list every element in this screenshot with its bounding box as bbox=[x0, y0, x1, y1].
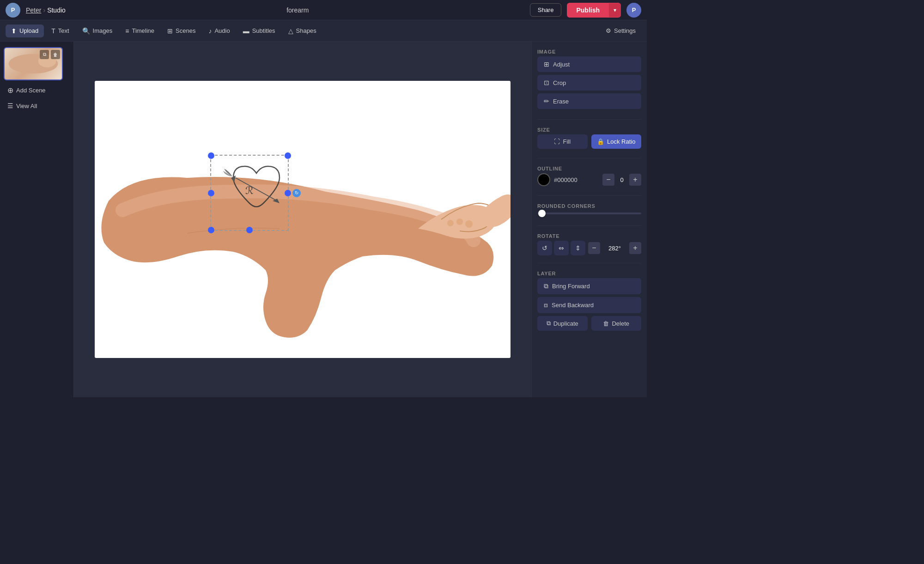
breadcrumb-arrow: › bbox=[43, 6, 45, 14]
crop-icon: ⊡ bbox=[544, 79, 549, 86]
selection-box[interactable]: ↻ bbox=[210, 155, 289, 231]
outline-value: 0 bbox=[617, 176, 626, 183]
svg-point-4 bbox=[456, 218, 463, 225]
rotate-buttons: ↺ ⇔ ⇕ bbox=[537, 241, 585, 255]
divider-4 bbox=[537, 225, 641, 226]
outline-color-hex: #000000 bbox=[554, 176, 599, 183]
rotate-value: 282° bbox=[603, 245, 626, 252]
delete-icon: 🗑 bbox=[603, 320, 609, 327]
handle-middle-right[interactable] bbox=[285, 190, 291, 196]
rotate-decrease-button[interactable]: − bbox=[588, 242, 600, 254]
outline-value-controls: − 0 + bbox=[602, 174, 641, 186]
handle-top-left[interactable] bbox=[208, 152, 214, 159]
toolbar: ⬆ Upload T Text 🔍 Images ≡ Timeline ⊞ Sc… bbox=[0, 20, 647, 42]
text-icon: T bbox=[51, 27, 55, 35]
shapes-icon: △ bbox=[288, 27, 293, 35]
rounded-corners-title: ROUNDED CORNERS bbox=[537, 203, 641, 209]
add-scene-button[interactable]: ⊕ Add Scene bbox=[4, 84, 70, 97]
scene-thumbnail-container: ⧉ 🗑 bbox=[4, 47, 70, 80]
duplicate-icon: ⧉ bbox=[547, 320, 551, 327]
scene-thumb-controls: ⧉ 🗑 bbox=[40, 50, 60, 59]
adjust-button[interactable]: ⊞ Adjust bbox=[537, 56, 641, 72]
rounded-corners-thumb[interactable] bbox=[538, 210, 546, 217]
bring-forward-button[interactable]: ⧉ Bring Forward bbox=[537, 278, 641, 294]
erase-icon: ✏ bbox=[544, 97, 549, 105]
erase-button[interactable]: ✏ Erase bbox=[537, 93, 641, 109]
rotate-ccw-button[interactable]: ↺ bbox=[537, 241, 552, 255]
handle-middle-left[interactable] bbox=[208, 190, 214, 196]
settings-button[interactable]: ⚙ Settings bbox=[600, 24, 641, 37]
outline-increase-button[interactable]: + bbox=[629, 174, 641, 186]
timeline-icon: ≡ bbox=[125, 27, 129, 35]
canvas-area: ℛ ↻ bbox=[74, 42, 531, 397]
add-icon: ⊕ bbox=[7, 86, 13, 95]
outline-decrease-button[interactable]: − bbox=[602, 174, 614, 186]
outline-color-swatch[interactable] bbox=[537, 173, 550, 186]
share-button[interactable]: Share bbox=[530, 3, 562, 17]
audio-button[interactable]: ♪ Audio bbox=[203, 24, 235, 37]
lock-ratio-button[interactable]: 🔒 Lock Ratio bbox=[591, 134, 642, 149]
document-title: forearm bbox=[71, 6, 524, 14]
outline-section: OUTLINE #000000 − 0 + bbox=[537, 166, 641, 188]
flip-v-button[interactable]: ⇕ bbox=[571, 241, 585, 255]
outline-section-title: OUTLINE bbox=[537, 166, 641, 171]
canvas-bg: ℛ ↻ bbox=[95, 81, 511, 358]
send-backward-button[interactable]: ⧈ Send Backward bbox=[537, 297, 641, 313]
scene-thumbnail[interactable]: ⧉ 🗑 bbox=[4, 47, 63, 80]
settings-icon: ⚙ bbox=[606, 27, 611, 34]
subtitles-icon: ▬ bbox=[243, 27, 249, 35]
handle-top-right[interactable] bbox=[285, 152, 291, 159]
scene-delete-button[interactable]: 🗑 bbox=[51, 50, 60, 59]
rounded-corners-section: ROUNDED CORNERS bbox=[537, 203, 641, 218]
delete-button[interactable]: 🗑 Delete bbox=[591, 316, 642, 331]
right-panel: IMAGE ⊞ Adjust ⊡ Crop ✏ Erase SIZE ⛶ Fil… bbox=[531, 42, 647, 397]
handle-bottom-middle[interactable] bbox=[246, 227, 253, 233]
sidebar: ⧉ 🗑 ⊕ Add Scene ☰ View All bbox=[0, 42, 74, 397]
rotate-section: ROTATE ↺ ⇔ ⇕ − 282° + bbox=[537, 233, 641, 255]
upload-button[interactable]: ⬆ Upload bbox=[6, 24, 44, 37]
fill-button[interactable]: ⛶ Fill bbox=[537, 134, 588, 149]
publish-group: Publish ▾ bbox=[567, 3, 621, 18]
rotate-row: ↺ ⇔ ⇕ − 282° + bbox=[537, 241, 641, 255]
canvas-container[interactable]: ℛ ↻ bbox=[95, 81, 511, 358]
duplicate-button[interactable]: ⧉ Duplicate bbox=[537, 316, 588, 331]
image-section-title: IMAGE bbox=[537, 49, 641, 55]
divider-5 bbox=[537, 263, 641, 263]
publish-dropdown-button[interactable]: ▾ bbox=[609, 3, 621, 17]
layer-section: LAYER ⧉ Bring Forward ⧈ Send Backward ⧉ … bbox=[537, 271, 641, 331]
adjust-icon: ⊞ bbox=[544, 61, 549, 68]
bring-forward-icon: ⧉ bbox=[544, 282, 548, 290]
divider-3 bbox=[537, 195, 641, 196]
crop-button[interactable]: ⊡ Crop bbox=[537, 75, 641, 91]
upload-icon: ⬆ bbox=[11, 27, 17, 35]
rounded-corners-track bbox=[537, 212, 641, 214]
handle-bottom-left[interactable] bbox=[208, 227, 214, 233]
username-link[interactable]: Peter bbox=[26, 6, 41, 14]
size-section-title: SIZE bbox=[537, 127, 641, 133]
handle-rotate[interactable]: ↻ bbox=[292, 189, 301, 197]
publish-button[interactable]: Publish bbox=[567, 3, 609, 18]
scene-copy-button[interactable]: ⧉ bbox=[40, 50, 49, 59]
studio-link[interactable]: Studio bbox=[47, 6, 66, 14]
flip-h-button[interactable]: ⇔ bbox=[554, 241, 569, 255]
size-section: SIZE ⛶ Fill 🔒 Lock Ratio bbox=[537, 127, 641, 151]
svg-point-3 bbox=[465, 220, 473, 228]
rotate-increase-button[interactable]: + bbox=[629, 242, 641, 254]
view-all-button[interactable]: ☰ View All bbox=[4, 100, 70, 111]
shapes-button[interactable]: △ Shapes bbox=[283, 24, 322, 37]
scenes-button[interactable]: ⊞ Scenes bbox=[162, 24, 201, 37]
text-button[interactable]: T Text bbox=[46, 24, 74, 37]
top-nav: P Peter › Studio forearm Share Publish ▾… bbox=[0, 0, 647, 20]
subtitles-button[interactable]: ▬ Subtitles bbox=[237, 24, 281, 37]
divider-1 bbox=[537, 119, 641, 120]
rotate-section-title: ROTATE bbox=[537, 233, 641, 239]
timeline-button[interactable]: ≡ Timeline bbox=[120, 24, 160, 37]
send-backward-icon: ⧈ bbox=[544, 301, 548, 309]
image-section: IMAGE ⊞ Adjust ⊡ Crop ✏ Erase bbox=[537, 49, 641, 112]
svg-point-5 bbox=[447, 220, 454, 226]
images-button[interactable]: 🔍 Images bbox=[77, 24, 118, 37]
lock-ratio-icon: 🔒 bbox=[597, 138, 604, 145]
user-profile-avatar[interactable]: P bbox=[626, 3, 641, 18]
user-avatar-icon[interactable]: P bbox=[6, 3, 20, 18]
layer-section-title: LAYER bbox=[537, 271, 641, 276]
